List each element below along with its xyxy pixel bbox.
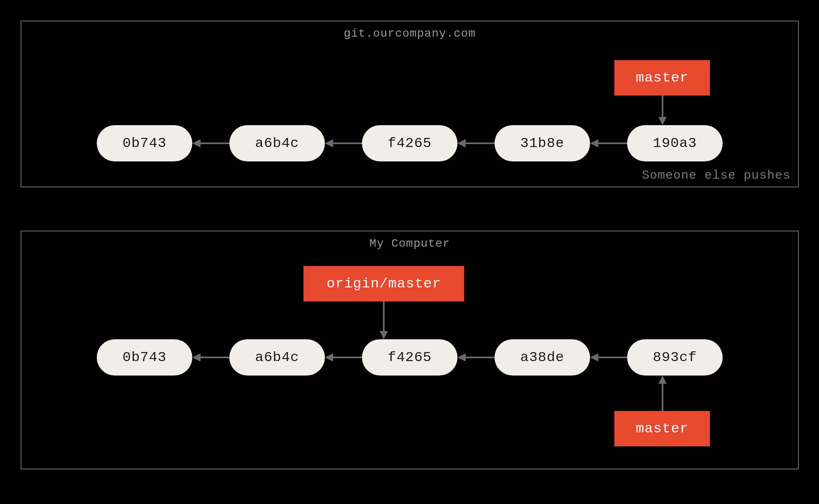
ref-master-local: master [614,411,710,446]
arrow-left-icon [192,138,229,149]
arrow-down-icon [378,301,389,339]
arrow-left-icon [590,138,627,149]
arrow-left-icon [590,352,627,363]
arrow-left-icon [325,138,362,149]
commit-node: a38de [495,339,590,376]
svg-marker-20 [658,376,667,384]
arrow-left-icon [192,352,229,363]
svg-marker-4 [325,139,333,147]
svg-marker-6 [457,139,466,147]
local-panel: My Computer origin/master 0b743 a6b4c f4… [21,231,799,469]
arrow-left-icon [457,352,495,363]
commit-node: 31b8e [495,125,590,161]
commit-node: 0b743 [97,125,192,161]
arrow-left-icon [325,352,362,363]
arrow-up-icon [657,376,668,411]
svg-marker-12 [192,353,201,362]
commit-node: 190a3 [627,125,723,161]
commit-node: a6b4c [229,125,325,161]
commit-node: f4265 [362,339,457,376]
commit-node: 0b743 [97,339,192,376]
svg-marker-1 [658,117,667,125]
arrow-down-icon [657,96,668,125]
ref-master-remote: master [614,60,710,96]
svg-marker-18 [590,353,598,362]
svg-marker-8 [590,139,598,147]
local-panel-title: My Computer [21,237,798,250]
commit-node: a6b4c [229,339,325,376]
remote-panel: git.ourcompany.com master 0b743 a6b4c f4… [21,21,799,187]
remote-commit-row: 0b743 a6b4c f4265 31b8e 190a3 [21,125,798,161]
push-note: Someone else pushes [642,168,791,182]
svg-marker-14 [325,353,333,362]
commit-node: 893cf [627,339,723,376]
svg-marker-2 [192,139,201,147]
local-commit-row: 0b743 a6b4c f4265 a38de 893cf [21,339,798,376]
commit-node: f4265 [362,125,457,161]
svg-marker-16 [457,353,466,362]
svg-marker-11 [380,331,388,339]
arrow-left-icon [457,138,495,149]
remote-panel-title: git.ourcompany.com [21,27,798,40]
ref-origin-master: origin/master [303,266,464,301]
